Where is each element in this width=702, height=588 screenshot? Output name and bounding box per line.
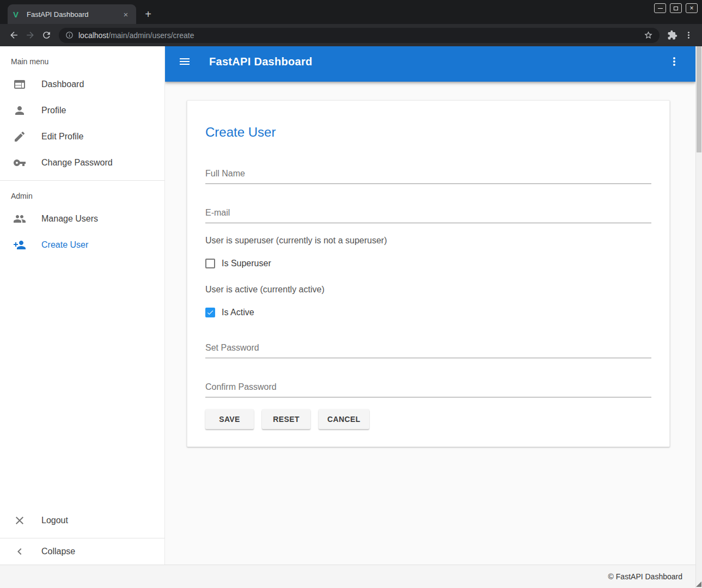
minimize-icon — [658, 8, 663, 9]
kebab-menu-icon — [668, 55, 681, 68]
full-name-input[interactable] — [205, 168, 651, 184]
scrollbar[interactable] — [695, 46, 702, 588]
app-bar: FastAPI Dashboard — [165, 46, 695, 82]
email-field — [205, 207, 651, 223]
browser-window: V FastAPI Dashboard × + × localhost/main… — [0, 0, 702, 588]
reload-icon — [41, 30, 52, 40]
close-x-icon — [13, 514, 26, 527]
scrollbar-thumb[interactable] — [697, 46, 701, 152]
minimize-button[interactable] — [654, 3, 666, 13]
cancel-button[interactable]: CANCEL — [319, 409, 369, 429]
main-panel: Create User User is superuser (currently… — [165, 82, 695, 447]
save-button[interactable]: SAVE — [205, 409, 254, 429]
kebab-menu-icon — [683, 30, 694, 40]
checkbox-label: Is Active — [222, 308, 254, 317]
app-bar-menu-button[interactable] — [668, 55, 681, 68]
tab-close-icon[interactable]: × — [121, 9, 131, 19]
page: Main menu Dashboard Profile Edit Profile… — [0, 46, 702, 588]
close-icon: × — [689, 5, 693, 11]
set-password-input[interactable] — [205, 342, 651, 358]
bookmark-star-icon[interactable] — [644, 30, 653, 40]
sidebar-item-label: Change Password — [41, 158, 113, 168]
url-host: localhost — [78, 31, 108, 40]
person-add-icon — [13, 238, 26, 252]
pencil-icon — [13, 130, 26, 143]
tab-title: FastAPI Dashboard — [27, 10, 121, 19]
new-tab-button[interactable]: + — [141, 7, 156, 22]
maximize-icon — [674, 7, 678, 10]
back-button[interactable] — [5, 27, 22, 44]
sidebar-item-profile[interactable]: Profile — [0, 97, 164, 124]
confirm-password-field — [205, 382, 651, 397]
email-input[interactable] — [205, 207, 651, 223]
sidebar: Main menu Dashboard Profile Edit Profile… — [0, 46, 165, 565]
scrollbar-corner-grip — [696, 581, 701, 587]
form-buttons: SAVE RESET CANCEL — [205, 409, 651, 429]
dashboard-icon — [13, 78, 26, 91]
chevron-left-icon — [13, 545, 26, 558]
browser-titlebar: V FastAPI Dashboard × + × — [0, 0, 702, 24]
sidebar-spacer — [0, 258, 164, 507]
is-active-checkbox[interactable] — [205, 308, 215, 317]
footer: © FastAPI Dashboard — [0, 565, 695, 588]
sidebar-item-label: Profile — [41, 106, 66, 115]
sidebar-item-collapse[interactable]: Collapse — [0, 538, 164, 565]
content-area: FastAPI Dashboard Create User User is su… — [165, 46, 695, 565]
close-button[interactable]: × — [686, 3, 698, 13]
is-superuser-checkbox[interactable] — [205, 259, 215, 268]
sidebar-item-label: Dashboard — [41, 79, 84, 89]
reset-button[interactable]: RESET — [262, 409, 310, 429]
page-title: Create User — [205, 125, 651, 140]
is-active-checkbox-row[interactable]: Is Active — [205, 308, 651, 317]
browser-toolbar: localhost/main/admin/users/create — [0, 24, 702, 46]
url-text: localhost/main/admin/users/create — [78, 31, 644, 40]
people-icon — [13, 212, 26, 225]
full-name-field — [205, 168, 651, 184]
reload-button[interactable] — [38, 27, 54, 44]
sidebar-item-create-user[interactable]: Create User — [0, 232, 164, 258]
back-icon — [9, 30, 19, 40]
active-hint: User is active (currently active) — [205, 285, 651, 295]
is-superuser-checkbox-row[interactable]: Is Superuser — [205, 259, 651, 268]
site-favicon-icon: V — [13, 10, 22, 19]
extension-icon — [667, 30, 677, 40]
browser-menu-button[interactable] — [680, 27, 697, 44]
site-info-icon[interactable] — [65, 31, 74, 39]
forward-icon — [25, 30, 35, 40]
address-bar[interactable]: localhost/main/admin/users/create — [59, 28, 660, 43]
sidebar-section-main-menu: Main menu — [0, 46, 164, 71]
check-icon — [206, 309, 214, 316]
footer-copyright: © FastAPI Dashboard — [608, 572, 682, 581]
forward-button[interactable] — [22, 27, 38, 44]
window-controls: × — [654, 3, 698, 13]
maximize-button[interactable] — [670, 3, 682, 13]
sidebar-item-label: Collapse — [41, 547, 75, 556]
browser-tab[interactable]: V FastAPI Dashboard × — [8, 4, 136, 24]
key-icon — [13, 156, 26, 169]
person-icon — [13, 104, 26, 117]
superuser-hint: User is superuser (currently is not a su… — [205, 236, 651, 246]
sidebar-item-manage-users[interactable]: Manage Users — [0, 206, 164, 232]
checkbox-label: Is Superuser — [222, 259, 271, 268]
sidebar-item-change-password[interactable]: Change Password — [0, 150, 164, 176]
url-path: /main/admin/users/create — [108, 31, 194, 40]
sidebar-item-logout[interactable]: Logout — [0, 507, 164, 534]
sidebar-item-dashboard[interactable]: Dashboard — [0, 71, 164, 97]
hamburger-menu-button[interactable] — [178, 55, 191, 68]
set-password-field — [205, 342, 651, 358]
sidebar-item-edit-profile[interactable]: Edit Profile — [0, 124, 164, 150]
create-user-card: Create User User is superuser (currently… — [187, 100, 670, 447]
sidebar-section-admin: Admin — [0, 181, 164, 206]
sidebar-item-label: Edit Profile — [41, 132, 83, 142]
extensions-button[interactable] — [664, 27, 680, 44]
app-bar-title: FastAPI Dashboard — [209, 56, 313, 68]
sidebar-item-label: Manage Users — [41, 214, 98, 224]
confirm-password-input[interactable] — [205, 382, 651, 397]
sidebar-item-label: Logout — [41, 516, 68, 525]
sidebar-item-label: Create User — [41, 240, 88, 250]
